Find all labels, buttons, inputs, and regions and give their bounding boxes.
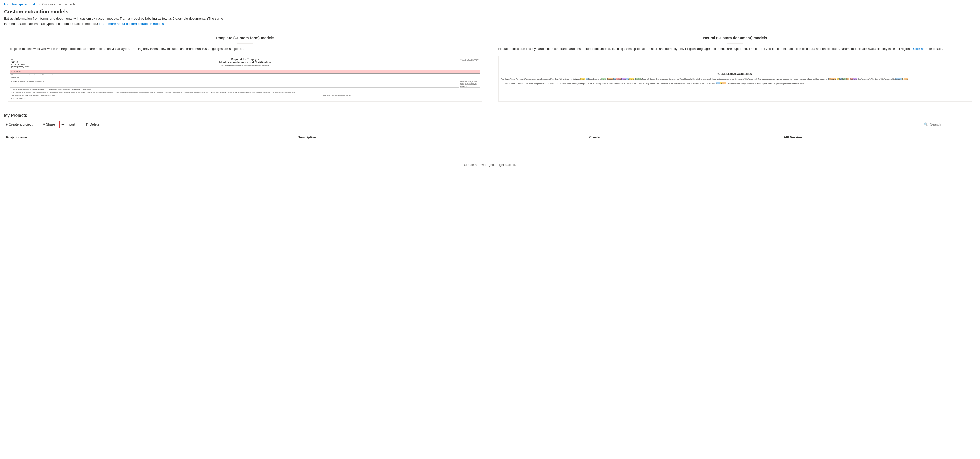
learn-more-link[interactable]: Learn more about custom extraction model…: [99, 22, 165, 25]
projects-title: My Projects: [4, 113, 976, 118]
delete-icon: 🗑: [85, 122, 89, 127]
col-header-description: Description: [296, 134, 587, 140]
page-title: Custom extraction models: [0, 8, 980, 16]
w9-checkboxes-row: 3 Check appropriate box for federal tax …: [10, 80, 480, 87]
col-header-project-name: Project name: [4, 134, 296, 140]
w9-field2-value: Arctex Inc: [10, 76, 480, 79]
share-icon: ↗: [42, 122, 45, 127]
breadcrumb: Form Recognizer Studio > Custom extracti…: [0, 0, 980, 8]
rental-doc-title: HOUSE RENTAL AGREEMENT: [501, 72, 970, 76]
w9-address-value-row: 2301 Yew 4 Address: [10, 97, 480, 100]
w9-form-number: Form W-9 Rev. October 2018 Department of…: [10, 58, 31, 70]
template-model-desc: Template models work well when the targe…: [8, 47, 482, 51]
w9-give-form: Give Form to the requester. Do not send …: [460, 58, 480, 62]
search-box: 🔍: [921, 121, 976, 128]
neural-model-preview: HOUSE RENTAL AGREEMENT This House Rental…: [498, 56, 972, 102]
delete-button[interactable]: 🗑 Delete: [83, 121, 101, 127]
rental-doc: HOUSE RENTAL AGREEMENT This House Rental…: [499, 70, 972, 87]
breadcrumb-home[interactable]: Form Recognizer Studio: [4, 3, 37, 6]
col-header-created[interactable]: Created ↓: [587, 134, 781, 140]
w9-note: Note: Check the appropriate box in the l…: [10, 91, 480, 94]
projects-toolbar: + Create a project ↗ Share ↦ Import 🗑 De…: [4, 121, 976, 128]
w9-form: Form W-9 Rev. October 2018 Department of…: [8, 56, 482, 101]
template-title-divider: [237, 43, 253, 44]
search-icon: 🔍: [924, 122, 928, 126]
neural-model-desc: Neural models can flexibly handle both s…: [498, 47, 972, 51]
rental-doc-body: This House Rental Agreement ("Agreement,…: [501, 78, 970, 81]
w9-field2-label: 2 Business name/disregarded entity name,…: [10, 73, 480, 76]
col-header-api-version: API Version: [781, 134, 976, 140]
template-model-col: Template (Custom form) models Template m…: [0, 30, 490, 107]
neural-model-title: Neural (Custom document) models: [498, 36, 972, 40]
sort-icon-created: ↓: [603, 136, 604, 138]
w9-form-title: Request for Taxpayer Identification Numb…: [32, 58, 458, 66]
page-description: Extract information from forms and docum…: [0, 16, 231, 30]
w9-address-row: 5 Address (number, street, and apt. or s…: [10, 94, 480, 97]
empty-state: Create a new project to get started.: [4, 142, 976, 187]
plus-icon: +: [6, 122, 8, 127]
search-input[interactable]: [930, 122, 973, 126]
models-section: Template (Custom form) models Template m…: [0, 30, 980, 107]
w9-checkbox-options: ☐ Individual/sole proprietor or single-m…: [10, 88, 480, 91]
table-header: Project name Description Created ↓ API V…: [4, 132, 976, 142]
neural-title-divider: [727, 43, 743, 44]
w9-field1: 1HQ4: H4C: [10, 70, 480, 73]
breadcrumb-separator: >: [39, 3, 40, 6]
neural-model-col: Neural (Custom document) models Neural m…: [490, 30, 980, 107]
rental-doc-para2: 1. Landlord rents to Tenant, unfurnished…: [501, 82, 970, 85]
import-icon: ↦: [62, 122, 65, 127]
click-here-link[interactable]: Click here: [913, 47, 928, 51]
template-model-preview: Form W-9 Rev. October 2018 Department of…: [8, 56, 482, 102]
breadcrumb-current: Custom extraction model: [42, 3, 76, 6]
create-project-button[interactable]: + Create a project: [4, 121, 34, 127]
template-model-title: Template (Custom form) models: [8, 36, 482, 40]
share-button[interactable]: ↗ Share: [40, 121, 57, 127]
import-button[interactable]: ↦ Import: [59, 121, 77, 128]
projects-section: My Projects + Create a project ↗ Share ↦…: [0, 113, 980, 187]
